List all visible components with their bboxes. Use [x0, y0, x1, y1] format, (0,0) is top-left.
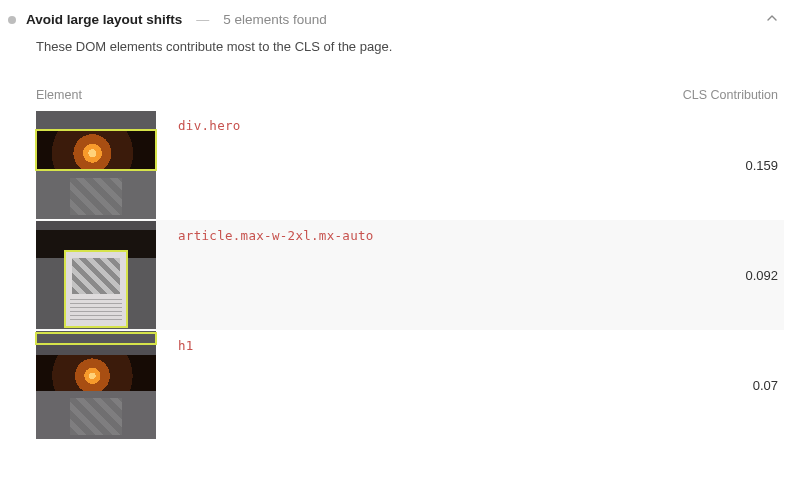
table-row[interactable]: div.hero 0.159 — [36, 110, 784, 220]
table-header: Element CLS Contribution — [36, 82, 784, 110]
audit-section: Avoid large layout shifts — 5 elements f… — [8, 8, 784, 440]
audit-title: Avoid large layout shifts — [26, 12, 182, 27]
separator: — — [196, 12, 209, 27]
element-selector: div.hero — [178, 110, 723, 133]
cls-value: 0.092 — [745, 268, 784, 283]
cls-value: 0.07 — [753, 378, 784, 393]
element-thumbnail — [36, 221, 156, 329]
status-dot-icon — [8, 16, 16, 24]
cls-table: Element CLS Contribution div.hero 0.159 — [36, 82, 784, 440]
audit-header[interactable]: Avoid large layout shifts — 5 elements f… — [8, 8, 784, 39]
col-element: Element — [36, 88, 82, 102]
element-selector: article.max-w-2xl.mx-auto — [178, 220, 723, 243]
element-thumbnail — [36, 111, 156, 219]
chevron-up-icon[interactable] — [766, 12, 784, 27]
element-thumbnail — [36, 331, 156, 439]
table-row[interactable]: h1 0.07 — [36, 330, 784, 440]
table-row[interactable]: article.max-w-2xl.mx-auto 0.092 — [36, 220, 784, 330]
col-cls: CLS Contribution — [683, 88, 778, 102]
element-selector: h1 — [178, 330, 731, 353]
cls-value: 0.159 — [745, 158, 784, 173]
audit-description: These DOM elements contribute most to th… — [36, 39, 784, 82]
audit-count: 5 elements found — [223, 12, 327, 27]
